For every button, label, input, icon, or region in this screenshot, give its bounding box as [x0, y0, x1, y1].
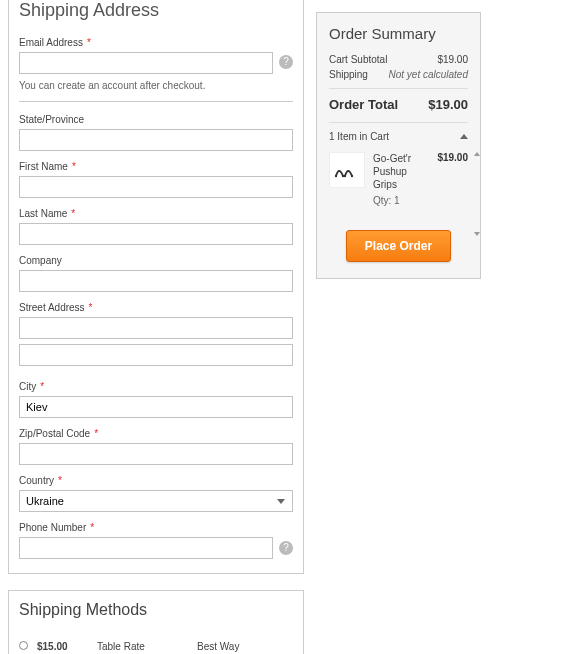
method-price: $15.00 — [37, 631, 97, 654]
country-label: Country — [19, 475, 293, 486]
total-row: Order Total $19.00 — [329, 88, 468, 114]
method-carrier: Best Way — [197, 631, 293, 654]
order-summary-block: Order Summary Cart Subtotal $19.00 Shipp… — [316, 12, 481, 279]
shipping-value: Not yet calculated — [389, 69, 469, 80]
city-field-wrap: City — [19, 381, 293, 418]
country-select[interactable]: Ukraine — [19, 490, 293, 512]
shipping-address-block: Shipping Address Email Address ? You can… — [8, 0, 304, 574]
first-name-label: First Name — [19, 161, 293, 172]
phone-field-wrap: Phone Number ? — [19, 522, 293, 559]
email-field-wrap: Email Address — [19, 37, 273, 74]
total-label: Order Total — [329, 97, 398, 112]
cart-items-list: Go-Get'r Pushup Grips Qty: 1 $19.00 — [329, 152, 468, 206]
street-input-1[interactable] — [19, 317, 293, 339]
shipping-method-row[interactable]: $15.00 Table Rate Best Way — [19, 631, 293, 654]
place-order-button[interactable]: Place Order — [346, 230, 451, 262]
method-name: Table Rate — [97, 631, 197, 654]
cart-item-price: $19.00 — [437, 152, 468, 163]
cart-item: Go-Get'r Pushup Grips Qty: 1 $19.00 — [329, 152, 468, 206]
zip-field-wrap: Zip/Postal Code — [19, 428, 293, 465]
svg-point-0 — [335, 175, 337, 177]
last-name-label: Last Name — [19, 208, 293, 219]
company-field-wrap: Company — [19, 255, 293, 292]
first-name-input[interactable] — [19, 176, 293, 198]
state-label: State/Province — [19, 114, 293, 125]
subtotal-value: $19.00 — [437, 54, 468, 65]
scroll-down-icon[interactable] — [474, 232, 480, 236]
city-label: City — [19, 381, 293, 392]
cart-item-qty: Qty: 1 — [373, 195, 429, 206]
shipping-label: Shipping — [329, 69, 368, 80]
email-note: You can create an account after checkout… — [19, 80, 293, 91]
zip-label: Zip/Postal Code — [19, 428, 293, 439]
scrollbar[interactable] — [474, 152, 478, 236]
email-input[interactable] — [19, 52, 273, 74]
svg-point-2 — [344, 175, 346, 177]
divider — [19, 101, 293, 102]
email-tooltip-icon[interactable]: ? — [279, 55, 293, 69]
street-field-wrap: Street Address — [19, 302, 293, 371]
cart-item-name: Go-Get'r Pushup Grips — [373, 152, 429, 191]
company-input[interactable] — [19, 270, 293, 292]
country-field-wrap: Country Ukraine — [19, 475, 293, 512]
state-input[interactable] — [19, 129, 293, 151]
subtotal-row: Cart Subtotal $19.00 — [329, 52, 468, 67]
cart-items-toggle[interactable]: 1 Item in Cart — [329, 122, 468, 142]
zip-input[interactable] — [19, 443, 293, 465]
chevron-up-icon — [460, 134, 468, 139]
street-input-2[interactable] — [19, 344, 293, 366]
shipping-address-title: Shipping Address — [19, 0, 293, 21]
last-name-input[interactable] — [19, 223, 293, 245]
order-summary-title: Order Summary — [329, 25, 468, 42]
radio-icon[interactable] — [19, 641, 28, 650]
svg-point-3 — [351, 175, 353, 177]
total-value: $19.00 — [428, 97, 468, 112]
phone-input[interactable] — [19, 537, 273, 559]
state-field-wrap: State/Province — [19, 114, 293, 151]
shipping-row: Shipping Not yet calculated — [329, 67, 468, 82]
shipping-methods-title: Shipping Methods — [19, 601, 293, 619]
shipping-methods-block: Shipping Methods $15.00 Table Rate Best … — [8, 590, 304, 654]
company-label: Company — [19, 255, 293, 266]
email-label: Email Address — [19, 37, 273, 48]
shipping-methods-table: $15.00 Table Rate Best Way $5.00 Fixed F… — [19, 631, 293, 654]
last-name-field-wrap: Last Name — [19, 208, 293, 245]
street-label: Street Address — [19, 302, 293, 313]
cart-items-count: 1 Item in Cart — [329, 131, 389, 142]
city-input[interactable] — [19, 396, 293, 418]
scroll-up-icon[interactable] — [474, 152, 480, 156]
subtotal-label: Cart Subtotal — [329, 54, 387, 65]
phone-tooltip-icon[interactable]: ? — [279, 541, 293, 555]
phone-label: Phone Number — [19, 522, 293, 533]
first-name-field-wrap: First Name — [19, 161, 293, 198]
product-thumbnail — [329, 152, 365, 188]
